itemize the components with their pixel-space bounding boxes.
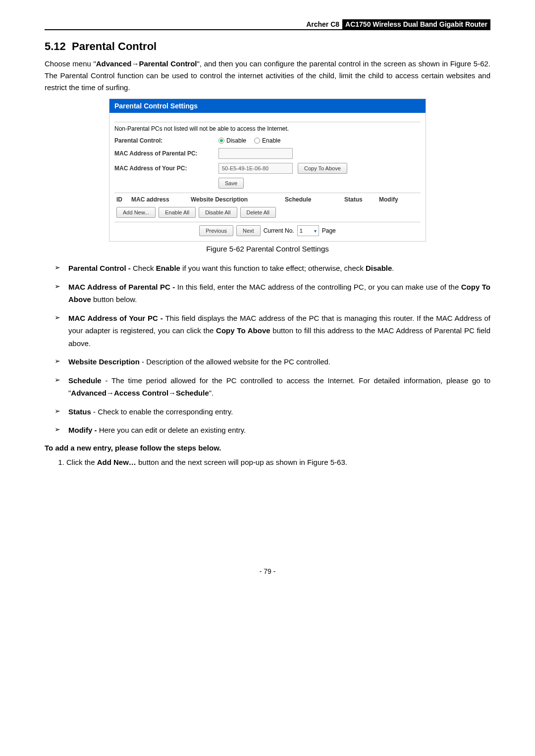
page-number: - 79 -: [45, 567, 490, 575]
current-no-label: Current No.: [264, 227, 294, 234]
label-mac-your: MAC Address of Your PC:: [114, 165, 218, 172]
section-heading: 5.12 Parental Control: [45, 40, 490, 53]
page-header: Archer C8AC1750 Wireless Dual Band Gigab…: [45, 20, 490, 30]
copy-to-above-button[interactable]: Copy To Above: [298, 163, 347, 174]
delete-all-button[interactable]: Delete All: [240, 207, 276, 218]
subheading: To add a new entry, please follow the st…: [45, 444, 490, 452]
bullet-status: Status - Check to enable the correspondi…: [54, 405, 490, 418]
section-number: 5.12: [45, 40, 66, 52]
settings-screenshot: Parental Control Settings Non-Parental P…: [109, 99, 426, 242]
bullet-mac-your: MAC Address of Your PC - This field disp…: [54, 312, 490, 350]
label-mac-parental: MAC Address of Parental PC:: [114, 150, 218, 157]
page-label: Page: [322, 227, 336, 234]
th-mac: MAC address: [131, 196, 191, 203]
disable-all-button[interactable]: Disable All: [199, 207, 237, 218]
bullet-parental-control: Parental Control - Check Enable if you w…: [54, 262, 490, 275]
next-button[interactable]: Next: [236, 225, 261, 236]
radio-enable[interactable]: Enable: [254, 137, 280, 144]
bullet-schedule: Schedule - The time period allowed for t…: [54, 374, 490, 400]
step-1: Click the Add New… button and the next s…: [66, 456, 490, 469]
section-title: Parental Control: [72, 40, 157, 52]
figure-caption: Figure 5-62 Parental Control Settings: [45, 245, 490, 253]
panel-title: Parental Control Settings: [109, 99, 426, 113]
header-model: Archer C8: [303, 19, 342, 29]
table-header-row: ID MAC address Website Description Sched…: [114, 196, 421, 203]
intro-paragraph: Choose menu "Advanced→Parental Control",…: [45, 58, 490, 94]
th-web: Website Description: [191, 196, 285, 203]
th-schedule: Schedule: [285, 196, 344, 203]
th-id: ID: [116, 196, 131, 203]
radio-disable[interactable]: Disable: [218, 137, 246, 144]
radio-icon: [254, 138, 260, 144]
header-desc: AC1750 Wireless Dual Band Gigabit Router: [342, 19, 490, 29]
save-button[interactable]: Save: [218, 178, 244, 189]
previous-button[interactable]: Previous: [199, 225, 233, 236]
add-new-button[interactable]: Add New...: [116, 207, 156, 218]
enable-all-button[interactable]: Enable All: [159, 207, 196, 218]
input-mac-your[interactable]: [218, 163, 293, 174]
note-text: Non-Parental PCs not listed will not be …: [114, 125, 421, 132]
th-modify: Modify: [379, 196, 409, 203]
chevron-down-icon: ▾: [314, 228, 317, 234]
label-parental-control: Parental Control:: [114, 137, 218, 144]
input-mac-parental[interactable]: [218, 148, 293, 159]
page-select[interactable]: 1 ▾: [297, 225, 319, 236]
th-status: Status: [344, 196, 379, 203]
bullet-mac-parental: MAC Address of Parental PC - In this fie…: [54, 281, 490, 306]
bullet-modify: Modify - Here you can edit or delete an …: [54, 424, 490, 437]
bullet-website-desc: Website Description - Description of the…: [54, 355, 490, 368]
radio-icon: [218, 138, 224, 144]
